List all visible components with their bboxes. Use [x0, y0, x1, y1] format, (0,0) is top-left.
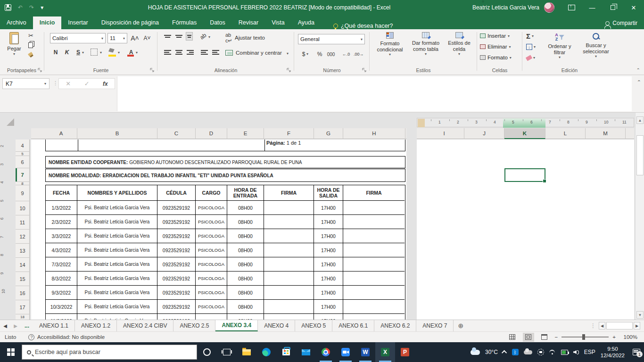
table-cell[interactable]: 17H00 [314, 215, 343, 229]
table-cell[interactable]: 17H00 [314, 257, 343, 272]
bold-button[interactable]: N [51, 47, 60, 58]
table-cell[interactable]: PSICOLOGA [196, 300, 227, 314]
align-left-icon[interactable] [164, 49, 171, 56]
row-header-16[interactable]: 16 [16, 286, 29, 300]
bluetooth-icon[interactable]: ᛒ [512, 349, 519, 355]
table-cell[interactable]: 11/3/2022 [46, 314, 77, 320]
fill-color-dropdown-icon[interactable]: ▾ [118, 50, 120, 55]
excel-button[interactable]: X [375, 342, 395, 362]
decrease-decimal-icon[interactable]: .00→ [354, 49, 364, 59]
fill-button[interactable]: ↓ ▾ [526, 44, 536, 50]
table-cell[interactable]: 08H00 [227, 314, 264, 320]
scrollbar-grip-icon[interactable]: ⋮ [590, 322, 596, 329]
orientation-icon[interactable]: ab [198, 32, 207, 41]
column-header-M[interactable]: M [586, 128, 626, 139]
table-cell[interactable] [343, 201, 405, 215]
tab-f-rmulas[interactable]: Fórmulas [165, 16, 203, 29]
normal-view-button[interactable] [507, 333, 518, 342]
table-cell[interactable] [264, 314, 314, 320]
autosum-button[interactable]: Σ ▾ [526, 32, 534, 40]
sheet-tab-anexo-4[interactable]: ANEXO 4 [258, 320, 295, 331]
comma-format-icon[interactable]: 000 [326, 49, 336, 59]
tab-inicio[interactable]: Inicio [33, 16, 62, 29]
conditional-formatting-button[interactable]: Formato condicional ▾ [372, 32, 407, 57]
user-avatar[interactable] [544, 2, 554, 13]
weather-icon[interactable] [471, 350, 480, 355]
column-header-L[interactable]: L [545, 128, 586, 139]
column-header-H[interactable]: H [343, 128, 405, 139]
mail-button[interactable] [296, 342, 316, 362]
page-left[interactable]: Página: 1 de 1 NOMBRE ENTIDAD COOPERANTE… [31, 140, 406, 320]
wrap-text-button[interactable]: Ajustar texto [235, 35, 265, 41]
zoom-out-icon[interactable]: − [555, 334, 558, 340]
underline-dropdown-icon[interactable]: ▾ [82, 50, 84, 55]
attendance-table[interactable]: FECHANOMBRES Y APELLIDOSCÉDULACARGOHORA … [45, 185, 405, 320]
tab-datos[interactable]: Datos [203, 16, 232, 29]
sheet-tab-anexo-2-5[interactable]: ANEXO 2.5 [173, 320, 215, 331]
zoom-thumb[interactable] [582, 334, 585, 340]
collapse-ribbon-icon[interactable]: ⌃ [636, 67, 640, 73]
ribbon-display-options-button[interactable] [561, 0, 582, 15]
table-cell[interactable]: PSICOLOGA [196, 286, 227, 300]
table-cell[interactable]: 0923529192 [157, 257, 196, 272]
table-cell[interactable] [264, 286, 314, 300]
row-header-13[interactable]: 13 [16, 244, 29, 258]
table-cell[interactable]: 08H00 [227, 201, 264, 215]
table-cell[interactable]: PSICOLOGA [196, 257, 227, 272]
paste-dropdown-icon[interactable]: ▾ [13, 52, 15, 56]
table-cell[interactable]: 0923529192 [157, 300, 196, 314]
table-cell[interactable]: 0923529192 [157, 286, 196, 300]
tab-vista[interactable]: Vista [265, 16, 291, 29]
table-cell[interactable]: 4/3/2022 [46, 243, 77, 257]
page-right[interactable] [417, 140, 634, 320]
shrink-font-icon[interactable]: A˅ [142, 33, 152, 43]
table-cell[interactable] [264, 201, 314, 215]
accessibility-icon[interactable] [28, 334, 34, 340]
table-row[interactable]: 10/3/2022Psi. Beatriz Leticia Garcia Ver… [46, 300, 405, 314]
table-cell[interactable]: 7/3/2022 [46, 257, 77, 272]
task-view-button[interactable] [217, 342, 237, 362]
powerpoint-button[interactable]: P [395, 342, 415, 362]
table-cell[interactable]: 17H00 [314, 272, 343, 286]
sheet-tab-anexo-1-2[interactable]: ANEXO 1.2 [75, 320, 117, 331]
table-cell[interactable] [343, 229, 405, 243]
delete-cells-button[interactable]: Eliminar ▾ [480, 44, 511, 49]
zoom-level[interactable]: 100% [620, 334, 637, 340]
table-cell[interactable]: 3/3/2022 [46, 229, 77, 243]
table-cell[interactable]: PSICOLOGA [196, 243, 227, 257]
table-cell[interactable]: 17H00 [314, 201, 343, 215]
customize-qat-icon[interactable]: ▾ [41, 4, 43, 11]
sheet-tab-anexo-5[interactable]: ANEXO 5 [295, 320, 332, 331]
tray-expand-icon[interactable] [502, 350, 507, 355]
word-button[interactable]: W [355, 342, 375, 362]
table-cell[interactable]: Psi. Beatriz Leticia Garcia Vera [77, 300, 157, 314]
table-cell[interactable] [343, 272, 405, 286]
taskbar-search[interactable]: Escribe aquí para buscar [22, 345, 197, 360]
volume-icon[interactable] [573, 350, 579, 354]
tab-ayuda[interactable]: Ayuda [291, 16, 321, 29]
table-cell[interactable]: 17H00 [314, 243, 343, 257]
cut-icon[interactable]: ✂ [28, 32, 33, 39]
table-row[interactable]: 11/3/2022Psi. Beatriz Leticia Garcia Ver… [46, 314, 405, 320]
table-cell[interactable]: 0923529192 [157, 314, 196, 320]
table-cell[interactable]: PSICOLOGA [196, 229, 227, 243]
sheet-nav-right-icon[interactable]: ▶ [10, 320, 21, 331]
sheet-nav-left-icon[interactable]: ◀ [0, 320, 10, 331]
italic-button[interactable]: K [62, 47, 72, 58]
scroll-up-icon[interactable]: ▲ [636, 116, 644, 124]
table-cell[interactable]: 1/3/2022 [46, 201, 77, 215]
table-row[interactable]: 3/3/2022Psi. Beatriz Leticia Garcia Vera… [46, 229, 405, 243]
row-header-10[interactable]: 10 [16, 201, 29, 215]
hscroll-right-icon[interactable]: ▶ [634, 322, 640, 329]
decrease-indent-icon[interactable] [201, 49, 208, 56]
align-right-icon[interactable] [187, 49, 194, 56]
onedrive-icon[interactable] [524, 350, 532, 354]
table-cell[interactable]: 17H00 [314, 229, 343, 243]
row-header-12[interactable]: 12 [16, 230, 29, 244]
tab-revisar[interactable]: Revisar [232, 16, 265, 29]
table-cell[interactable] [264, 243, 314, 257]
save-icon[interactable] [5, 4, 11, 11]
table-cell[interactable]: Psi. Beatriz Leticia Garcia Vera [77, 314, 157, 320]
table-cell[interactable]: 08H00 [227, 257, 264, 272]
table-cell[interactable]: 8/3/2022 [46, 272, 77, 286]
